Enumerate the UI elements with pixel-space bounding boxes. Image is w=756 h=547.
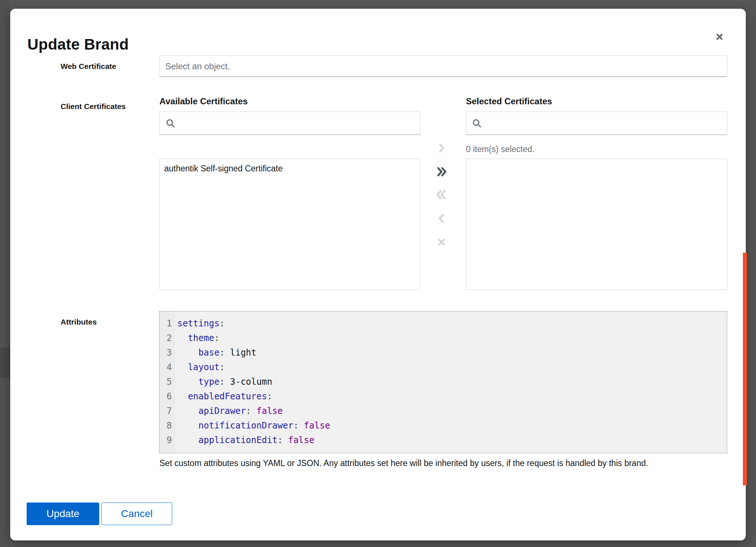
line-number: 3 [159,345,174,360]
close-icon [714,31,725,44]
selected-certificates-listbox [466,159,727,290]
move-all-right-button[interactable] [433,164,450,180]
double-angle-left-icon [435,188,448,201]
code-line: 8 notificationDrawer: false [159,418,727,433]
line-number: 9 [159,433,174,447]
move-selected-left-button[interactable] [433,210,450,226]
dimmed-background-sidebar [0,0,10,547]
line-number: 7 [159,404,174,418]
dimmed-background-sidebar-item [0,347,10,378]
selected-search-input[interactable] [486,113,721,134]
code-line: 5 type: 3-column [159,375,727,389]
code-line: 6 enabledFeatures: [159,389,727,404]
code-line: 1settings: [159,316,727,331]
web-certificate-select[interactable] [159,55,727,77]
notification-alert-bar [743,253,747,485]
available-certificates-listbox: authentik Self-signed Certificate [159,159,420,290]
update-button[interactable]: Update [27,503,99,525]
code-line: 7 apiDrawer: false [159,404,727,418]
double-angle-right-icon [435,165,448,178]
line-number: 2 [159,331,174,345]
line-number: 6 [159,389,174,404]
selected-certificates-header: Selected Certificates [466,96,552,106]
cancel-button[interactable]: Cancel [101,503,172,525]
times-icon [435,236,448,249]
clear-selection-button[interactable] [433,234,450,250]
client-certificates-label: Client Certificates [61,102,126,111]
code-line: 4 layout: [159,360,727,375]
attributes-help-text: Set custom attributes using YAML or JSON… [159,458,648,468]
search-icon [165,118,176,128]
update-brand-modal: Update Brand Web Certificate Client Cert… [10,9,746,540]
modal-title: Update Brand [27,36,129,53]
code-line: 9 applicationEdit: false [159,433,727,447]
attributes-label: Attributes [61,318,97,326]
available-search-input[interactable] [180,113,414,134]
search-icon [472,118,482,128]
move-selected-right-button[interactable] [433,140,450,156]
line-number: 4 [159,360,174,375]
selected-search-box [466,112,727,135]
available-certificates-header: Available Certificates [159,96,248,106]
close-button[interactable] [710,28,729,47]
web-certificate-label: Web Certificate [61,62,116,71]
angle-left-icon [435,212,448,225]
attributes-code-editor[interactable]: 1settings:2 theme:3 base: light4 layout:… [159,311,727,453]
line-number: 8 [159,418,174,433]
code-line: 2 theme: [159,331,727,345]
code-line: 3 base: light [159,345,727,360]
line-number: 5 [159,375,174,389]
certificate-option[interactable]: authentik Self-signed Certificate [160,159,420,178]
line-number: 1 [159,316,174,331]
code-editor-content: 1settings:2 theme:3 base: light4 layout:… [159,316,727,447]
move-all-left-button[interactable] [433,187,450,203]
available-search-box [159,112,420,135]
selected-count-status: 0 item(s) selected. [466,144,535,154]
angle-right-icon [435,141,448,155]
